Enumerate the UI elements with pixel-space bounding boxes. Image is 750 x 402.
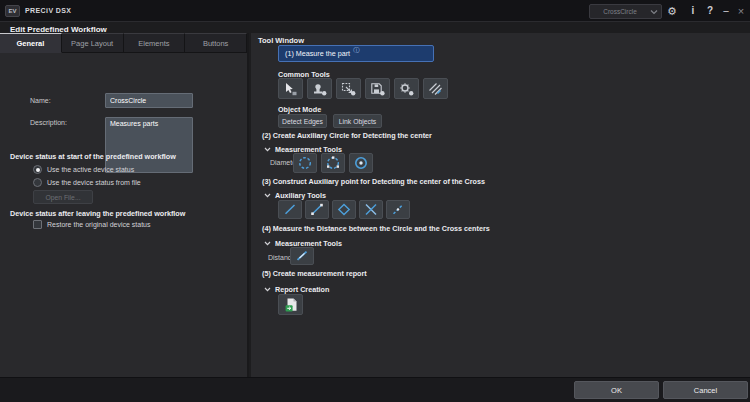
chevron-down-icon (264, 287, 271, 292)
settings-icon[interactable]: ⚙ (664, 3, 680, 19)
dashed-circle-tool-button[interactable] (293, 153, 317, 173)
step4-label: (4) Measure the Distance between the Cir… (262, 224, 490, 233)
chevron-down-icon (264, 241, 271, 246)
line-icon (282, 202, 298, 217)
hatch-fill-tool-button[interactable] (423, 78, 448, 99)
name-input[interactable] (105, 93, 193, 108)
select-object-icon (283, 82, 298, 96)
cancel-button[interactable]: Cancel (663, 381, 748, 399)
step1-info-icon[interactable]: ⓘ (353, 46, 359, 55)
save-object-icon (370, 82, 385, 96)
object-settings-tool-button[interactable] (394, 78, 419, 99)
center-point-circle-tool-button[interactable] (349, 153, 373, 173)
dashed-line-icon (390, 202, 406, 217)
workflow-dropdown[interactable]: CrossCircle (589, 4, 662, 19)
close-icon[interactable]: × (733, 3, 749, 19)
report-export-tool-button[interactable] (278, 294, 303, 315)
three-point-circle-icon (325, 155, 341, 171)
device-status-after-heading: Device status after leaving the predefin… (10, 209, 242, 218)
restore-device-status-label: Restore the original device status (47, 221, 151, 228)
tab-bar: General Page Layout Elements Buttons (0, 33, 247, 53)
auxiliary-tools-section[interactable]: Auxiliary Tools (264, 191, 326, 200)
dashed-circle-icon (297, 155, 313, 171)
chevron-down-icon (264, 147, 271, 152)
cross-lines-tool-button[interactable] (359, 200, 383, 219)
radio-active-device-status[interactable] (33, 165, 42, 174)
line-tool-button[interactable] (278, 200, 302, 219)
report-tools-row (278, 294, 303, 315)
step1-label: (1) Measure the part (285, 49, 350, 58)
auxiliary-tools-label: Auxiliary Tools (275, 191, 326, 200)
open-file-button[interactable]: Open File... (33, 190, 93, 204)
tab-buttons[interactable]: Buttons (185, 33, 247, 53)
chevron-down-icon (264, 193, 271, 198)
common-tools-row (278, 78, 448, 99)
report-creation-label: Report Creation (275, 285, 329, 294)
report-export-icon (283, 297, 299, 313)
workflow-dropdown-value: CrossCircle (590, 8, 650, 15)
tab-general[interactable]: General (0, 33, 62, 53)
hatch-fill-icon (428, 82, 443, 96)
dialog-footer: OK Cancel (0, 377, 750, 402)
radio-active-device-status-label: Use the active device status (47, 166, 134, 173)
distance-line-tool-button[interactable] (290, 247, 314, 265)
description-textarea[interactable]: Measures parts (105, 117, 193, 173)
center-point-circle-icon (353, 155, 369, 171)
app-title: PRECiV DSX (25, 7, 71, 14)
save-object-tool-button[interactable] (365, 78, 390, 99)
line-endpoints-icon (309, 202, 325, 217)
distance-line-icon (294, 249, 310, 263)
diameter-tools-row (293, 153, 373, 173)
diamond-tool-button[interactable] (332, 200, 356, 219)
radio-device-status-from-file[interactable] (33, 178, 42, 187)
stamp-object-tool-button[interactable] (307, 78, 332, 99)
help-icon[interactable]: ? (702, 3, 718, 19)
object-settings-icon (399, 82, 414, 96)
description-label: Description: (30, 119, 67, 126)
line-endpoints-tool-button[interactable] (305, 200, 329, 219)
report-creation-section[interactable]: Report Creation (264, 285, 329, 294)
tool-window-title: Tool Window (258, 36, 304, 45)
step5-label: (5) Create measurement report (262, 269, 367, 278)
auxiliary-tools-row (278, 200, 410, 219)
three-point-circle-tool-button[interactable] (321, 153, 345, 173)
cross-lines-icon (363, 202, 379, 217)
link-objects-button[interactable]: Link Objects (333, 114, 382, 128)
transform-object-tool-button[interactable] (336, 78, 361, 99)
object-mode-row: Detect Edges Link Objects (278, 114, 382, 128)
ok-button[interactable]: OK (574, 381, 659, 399)
chevron-down-icon (650, 9, 658, 15)
name-label: Name: (30, 97, 51, 104)
diamond-icon (336, 202, 352, 217)
info-icon[interactable]: i (685, 3, 701, 19)
step2-label: (2) Create Auxiliary Circle for Detectin… (262, 131, 432, 140)
app-logo-icon: EV (5, 5, 20, 17)
object-mode-label: Object Mode (278, 105, 321, 114)
device-status-start-heading: Device status at start of the predefined… (10, 152, 242, 161)
tool-window-panel: Tool Window (1) Measure the part ⓘ Commo… (251, 33, 750, 377)
detect-edges-button[interactable]: Detect Edges (278, 114, 327, 128)
tab-page-layout[interactable]: Page Layout (62, 33, 124, 53)
settings-panel: General Page Layout Elements Buttons Nam… (0, 33, 249, 377)
select-object-tool-button[interactable] (278, 78, 303, 99)
step1-banner[interactable]: (1) Measure the part ⓘ (278, 45, 434, 62)
titlebar: EV PRECiV DSX CrossCircle ⚙ i ? − × (0, 0, 750, 22)
app-window: EV PRECiV DSX CrossCircle ⚙ i ? − × Edit… (0, 0, 750, 402)
restore-device-status-checkbox[interactable] (33, 220, 42, 229)
radio-device-status-from-file-label: Use the device status from file (47, 179, 141, 186)
minimize-icon[interactable]: − (718, 3, 734, 19)
stamp-object-icon (312, 82, 327, 96)
step3-label: (3) Construct Auxiliary point for Detect… (262, 177, 485, 186)
tab-elements[interactable]: Elements (124, 33, 186, 53)
dashed-line-tool-button[interactable] (386, 200, 410, 219)
transform-object-icon (341, 82, 356, 96)
distance-tools-row (290, 247, 314, 265)
